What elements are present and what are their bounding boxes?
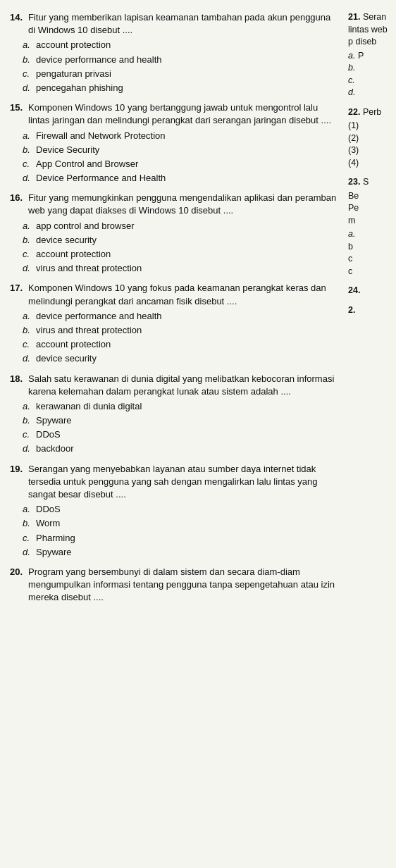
right-q22: 22. Perb (1) (2) (3) (4) [348,106,392,170]
list-item: c. [348,75,392,87]
list-item: c. DDoS [23,428,338,441]
opt-text: DDoS [36,503,61,516]
opt-text: virus and threat protection [36,324,142,337]
opt-text: device security [36,234,97,247]
opt-text: device performance and health [36,54,162,66]
q18-num: 18. [10,373,25,398]
q14-num: 14. [10,11,25,37]
q14-options: a. account protection b. device performa… [23,39,338,94]
list-item: c. account protection [23,338,338,351]
opt-label: d. [23,82,32,94]
list-item: a. account protection [23,39,338,51]
question-14: 14. Fitur yang memberikan lapisan keaman… [10,11,338,94]
list-item: c. account protection [23,248,338,261]
right-column: 21. Seran lintas web p diseb a. P b. c. … [345,6,396,617]
opt-text: Spyware [36,414,72,427]
r24-num: 24. [348,285,360,295]
opt-text: account protection [36,338,111,351]
opt-text: pencegahan phishing [36,82,123,94]
list-item: a. app control and browser [23,220,338,232]
opt-label: a. [23,400,32,413]
opt-label: d. [23,262,32,275]
opt-text: account protection [36,248,111,261]
list-item: d. Spyware [23,546,338,559]
q19-num: 19. [10,463,25,502]
q17-num: 17. [10,282,25,307]
list-item: b. device security [23,234,338,247]
opt-label: b. [23,144,32,156]
list-item: b. Spyware [23,414,338,427]
right-q2: 2. [348,304,392,317]
opt-text: backdoor [36,442,73,455]
opt-text: Firewall and Network Protection [36,130,166,142]
opt-text: Device Security [36,144,99,156]
list-item: (2) [348,132,392,145]
q15-options: a. Firewall and Network Protection b. De… [23,130,338,185]
q20-text: Program yang bersembunyi di dalam sistem… [28,566,338,604]
opt-text: device performance and health [36,310,162,323]
list-item: c [348,253,392,266]
question-15: 15. Komponen Windows 10 yang bertanggung… [10,101,338,185]
question-18: 18. Salah satu kerawanan di dunia digita… [10,373,338,456]
opt-label: a. [23,220,32,232]
q17-text: Komponen Windows 10 yang fokus pada keam… [28,282,338,307]
r22-text: Perb [363,107,381,117]
list-item: d. Device Performance and Health [23,172,338,185]
opt-text: virus and threat protection [36,262,142,275]
list-item: c. pengaturan privasi [23,68,338,80]
list-item: d. virus and threat protection [23,262,338,275]
opt-label: c. [23,532,32,545]
q14-text: Fitur yang memberikan lapisan keamanan t… [28,11,338,37]
question-17: 17. Komponen Windows 10 yang fokus pada … [10,282,338,365]
q17-options: a. device performance and health b. viru… [23,310,338,366]
opt-label: c. [23,248,32,261]
r22-num: 22. [348,107,360,117]
list-item: a. DDoS [23,503,338,516]
opt-label: a. [23,503,32,516]
q19-text: Serangan yang menyebabkan layanan atau s… [28,463,338,502]
list-item: c. App Control and Browser [23,158,338,170]
q16-num: 16. [10,192,25,217]
q18-text: Salah satu kerawanan di dunia digital ya… [28,373,338,398]
opt-text: Worm [36,517,60,530]
opt-label: b. [23,517,32,530]
opt-text: Device Performance and Health [36,172,166,185]
opt-text: device security [36,352,97,365]
opt-text: App Control and Browser [36,158,138,170]
list-item: c. Pharming [23,532,338,545]
q16-options: a. app control and browser b. device sec… [23,220,338,275]
opt-label: c. [23,338,32,351]
r23-sub: BePem [348,190,392,228]
opt-label: d. [23,172,32,185]
opt-label: b. [23,234,32,247]
list-item: d. backdoor [23,442,338,455]
list-item: b. Worm [23,517,338,530]
r23-num: 23. [348,177,360,187]
list-item: a. kerawanan di dunia digital [23,400,338,413]
r23-text: S [363,177,369,187]
opt-label: b. [23,54,32,66]
page-content: 14. Fitur yang memberikan lapisan keaman… [0,6,396,617]
opt-label: b. [23,324,32,337]
list-item: a. P [348,50,392,63]
opt-label: b. [23,414,32,427]
opt-label: d. [23,546,32,559]
question-20: 20. Program yang bersembunyi di dalam si… [10,566,338,604]
question-19: 19. Serangan yang menyebabkan layanan at… [10,463,338,559]
question-16: 16. Fitur yang memungkinkan pengguna men… [10,192,338,275]
list-item: a. Firewall and Network Protection [23,130,338,142]
opt-text: Spyware [36,546,72,559]
opt-label: c. [23,68,32,80]
list-item: d. pencegahan phishing [23,82,338,94]
right-q23: 23. S BePem a. b c c [348,176,392,278]
list-item: b. Device Security [23,144,338,156]
list-item: b. virus and threat protection [23,324,338,337]
q19-options: a. DDoS b. Worm c. Pharming d. Spyware [23,503,338,559]
opt-label: a. [23,310,32,323]
list-item: c [348,266,392,278]
q15-text: Komponen Windows 10 yang bertanggung jaw… [28,101,338,127]
opt-label: c. [23,428,32,441]
opt-label: c. [23,158,32,170]
opt-label: a. [23,130,32,142]
opt-text: Pharming [36,532,75,545]
